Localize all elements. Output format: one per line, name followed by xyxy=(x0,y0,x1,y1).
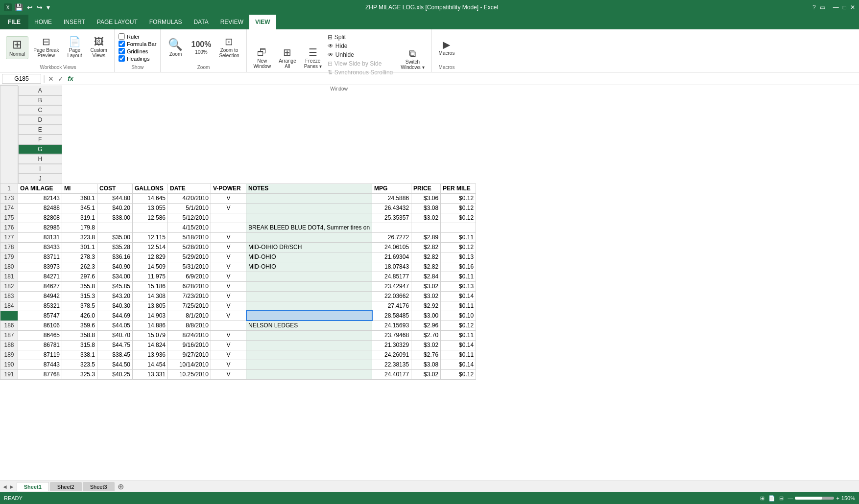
cell-D191[interactable]: 13.331 xyxy=(133,369,168,379)
cell-A176[interactable]: 82985 xyxy=(18,223,62,232)
cell-A181[interactable]: 84271 xyxy=(18,272,62,281)
cell-J181[interactable]: $0.11 xyxy=(441,272,476,281)
cell-C174[interactable]: $40.20 xyxy=(97,203,133,213)
cell-D178[interactable]: 12.514 xyxy=(133,242,168,252)
help-btn[interactable]: ? xyxy=(812,4,816,11)
cell-E174[interactable]: 5/1/2010 xyxy=(168,203,211,213)
cell-C175[interactable]: $38.00 xyxy=(97,213,133,223)
cell-C189[interactable]: $38.45 xyxy=(97,350,133,360)
cell-H190[interactable]: 22.38135 xyxy=(372,360,411,369)
cell-F183[interactable]: V xyxy=(211,291,246,301)
headings-check[interactable]: Headings xyxy=(119,55,157,62)
tab-data[interactable]: DATA xyxy=(188,15,214,29)
cell-H174[interactable]: 26.43432 xyxy=(372,203,411,213)
cell-F186[interactable] xyxy=(211,321,246,330)
cell-F178[interactable]: V xyxy=(211,242,246,252)
cell-J190[interactable]: $0.14 xyxy=(441,360,476,369)
name-box[interactable] xyxy=(2,74,41,84)
cell-B188[interactable]: 315.8 xyxy=(62,340,97,350)
cell-A187[interactable]: 86465 xyxy=(18,330,62,340)
cell-H189[interactable]: 24.26091 xyxy=(372,350,411,360)
cell-C183[interactable]: $43.20 xyxy=(97,291,133,301)
cell-J182[interactable]: $0.13 xyxy=(441,281,476,291)
normal-view-btn[interactable]: ⊞ Normal xyxy=(6,36,28,59)
cell-I1[interactable]: PRICE xyxy=(411,183,441,193)
cell-G177[interactable] xyxy=(246,232,372,242)
cell-E182[interactable]: 6/28/2010 xyxy=(168,281,211,291)
cell-G191[interactable] xyxy=(246,369,372,379)
ruler-checkbox[interactable] xyxy=(119,33,125,40)
cell-A175[interactable]: 82808 xyxy=(18,213,62,223)
tab-formulas[interactable]: FORMULAS xyxy=(143,15,188,29)
cell-C182[interactable]: $45.85 xyxy=(97,281,133,291)
cell-J179[interactable]: $0.13 xyxy=(441,252,476,262)
cell-F191[interactable]: V xyxy=(211,369,246,379)
col-header-E[interactable]: E xyxy=(18,125,62,135)
cell-E173[interactable]: 4/20/2010 xyxy=(168,193,211,203)
cell-C173[interactable]: $44.80 xyxy=(97,193,133,203)
cell-H185[interactable]: 28.58485 xyxy=(372,311,411,321)
cell-B1[interactable]: MI xyxy=(62,183,97,193)
cell-A1[interactable]: OA MILAGE xyxy=(18,183,62,193)
cell-D179[interactable]: 12.829 xyxy=(133,252,168,262)
cell-C184[interactable]: $40.30 xyxy=(97,301,133,311)
headings-checkbox[interactable] xyxy=(119,55,125,62)
zoom-btn[interactable]: 🔍 Zoom xyxy=(165,37,186,59)
cell-I179[interactable]: $2.82 xyxy=(411,252,441,262)
cell-C178[interactable]: $35.28 xyxy=(97,242,133,252)
cell-J191[interactable]: $0.12 xyxy=(441,369,476,379)
cell-I185[interactable]: $3.00 xyxy=(411,311,441,321)
cell-E185[interactable]: 8/1/2010 xyxy=(168,311,211,321)
formula-bar-check[interactable]: Formula Bar xyxy=(119,41,157,47)
cell-B177[interactable]: 323.8 xyxy=(62,232,97,242)
cell-H184[interactable]: 27.4176 xyxy=(372,301,411,311)
cell-C188[interactable]: $44.75 xyxy=(97,340,133,350)
cell-J173[interactable]: $0.12 xyxy=(441,193,476,203)
cell-F182[interactable]: V xyxy=(211,281,246,291)
cell-I175[interactable]: $3.02 xyxy=(411,213,441,223)
cell-E186[interactable]: 8/8/2010 xyxy=(168,321,211,330)
cell-C190[interactable]: $44.50 xyxy=(97,360,133,369)
col-header-F[interactable]: F xyxy=(18,135,62,144)
cell-B175[interactable]: 319.1 xyxy=(62,213,97,223)
cell-H178[interactable]: 24.06105 xyxy=(372,242,411,252)
cell-B178[interactable]: 301.1 xyxy=(62,242,97,252)
cell-I181[interactable]: $2.84 xyxy=(411,272,441,281)
insert-function-btn[interactable]: fx xyxy=(67,74,74,84)
cell-H186[interactable]: 24.15693 xyxy=(372,321,411,330)
cell-B180[interactable]: 262.3 xyxy=(62,262,97,272)
col-header-I[interactable]: I xyxy=(18,164,62,174)
cell-J188[interactable]: $0.14 xyxy=(441,340,476,350)
cell-E191[interactable]: 10.25/2010 xyxy=(168,369,211,379)
cell-J178[interactable]: $0.12 xyxy=(441,242,476,252)
cell-F174[interactable]: V xyxy=(211,203,246,213)
cell-H173[interactable]: 24.5886 xyxy=(372,193,411,203)
cell-H181[interactable]: 24.85177 xyxy=(372,272,411,281)
cell-H177[interactable]: 26.7272 xyxy=(372,232,411,242)
cell-F179[interactable]: V xyxy=(211,252,246,262)
cell-J180[interactable]: $0.16 xyxy=(441,262,476,272)
cell-J183[interactable]: $0.14 xyxy=(441,291,476,301)
cell-E183[interactable]: 7/23/2010 xyxy=(168,291,211,301)
cell-B173[interactable]: 360.1 xyxy=(62,193,97,203)
gridlines-checkbox[interactable] xyxy=(119,48,125,54)
cell-E179[interactable]: 5/29/2010 xyxy=(168,252,211,262)
cell-I174[interactable]: $3.08 xyxy=(411,203,441,213)
cell-E1[interactable]: DATE xyxy=(168,183,211,193)
cell-I188[interactable]: $3.02 xyxy=(411,340,441,350)
col-header-A[interactable]: A xyxy=(18,86,62,95)
cell-G180[interactable]: MID-OHIO xyxy=(246,262,372,272)
cell-G175[interactable] xyxy=(246,213,372,223)
page-layout-btn[interactable]: 📄 PageLayout xyxy=(64,35,86,60)
cell-D189[interactable]: 13.936 xyxy=(133,350,168,360)
redo-qat-btn[interactable]: ↪ xyxy=(36,2,44,12)
cell-E190[interactable]: 10/14/2010 xyxy=(168,360,211,369)
custom-views-btn[interactable]: 🖼 CustomViews xyxy=(88,35,110,60)
tab-view[interactable]: VIEW xyxy=(249,15,276,29)
cell-G176[interactable]: BREAK BLEED BLUE DOT4, Summer tires on xyxy=(246,223,372,232)
cell-F1[interactable]: V-POWER xyxy=(211,183,246,193)
cell-C1[interactable]: COST xyxy=(97,183,133,193)
cell-E178[interactable]: 5/28/2010 xyxy=(168,242,211,252)
freeze-panes-btn[interactable]: ☰ FreezePanes ▾ xyxy=(301,46,325,71)
cell-J189[interactable]: $0.11 xyxy=(441,350,476,360)
